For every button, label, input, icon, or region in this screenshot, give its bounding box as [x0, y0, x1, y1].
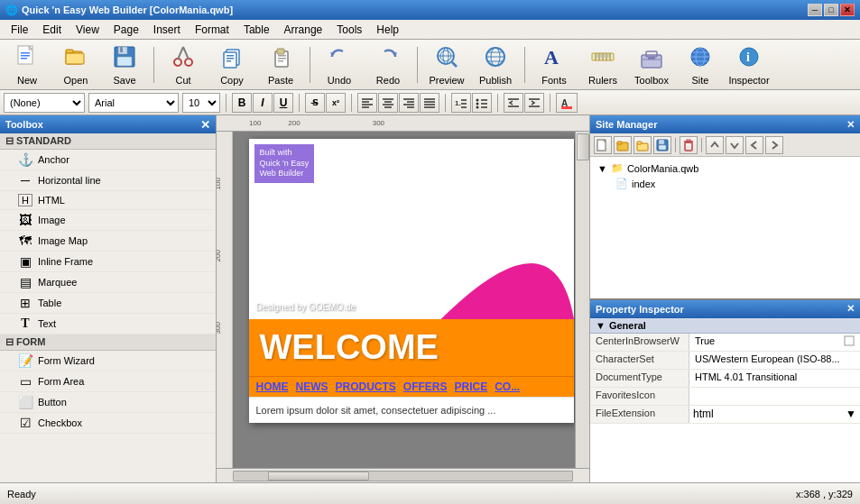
title-bar-controls[interactable]: ─ □ ✕: [808, 4, 855, 16]
menu-page[interactable]: Page: [106, 22, 146, 38]
font-select[interactable]: Arial: [88, 93, 179, 113]
style-select[interactable]: (None): [4, 93, 85, 113]
sm-new-folder-btn[interactable]: [614, 136, 632, 154]
svg-rect-93: [617, 142, 622, 144]
site-manager-toolbar: [590, 133, 860, 157]
rulers-button[interactable]: Rulers: [579, 42, 626, 87]
redo-button[interactable]: Redo: [365, 42, 412, 87]
svg-line-30: [452, 62, 457, 67]
italic-button[interactable]: I: [253, 93, 273, 113]
iframe-icon: ▣: [18, 254, 32, 269]
paste-button[interactable]: Paste: [257, 42, 304, 87]
toolbox-iframe[interactable]: ▣ Inline Frame: [0, 252, 216, 272]
toolbar-sep-2: [310, 47, 310, 83]
welcome-text: WELCOME: [260, 328, 563, 367]
menu-edit[interactable]: Edit: [35, 22, 69, 38]
nav-home[interactable]: HOME: [256, 380, 289, 393]
tree-index[interactable]: 📄 index: [612, 176, 856, 191]
horizontal-scrollbar[interactable]: [217, 468, 589, 482]
nav-price[interactable]: PRICE: [455, 380, 488, 393]
toolbox-text[interactable]: T Text: [0, 314, 216, 334]
toolbox-hline[interactable]: ─ Horizontal line: [0, 170, 216, 191]
menu-help[interactable]: Help: [369, 22, 406, 38]
sm-save-btn[interactable]: [653, 136, 671, 154]
vertical-scrollbar[interactable]: [575, 132, 589, 468]
cut-button[interactable]: Cut: [160, 42, 207, 87]
toolbox-formwizard[interactable]: 📝 Form Wizard: [0, 351, 216, 371]
size-select[interactable]: 10: [182, 93, 220, 113]
sm-arrow-left-btn[interactable]: [745, 136, 763, 154]
ruler-num-200: 200: [217, 250, 222, 261]
menu-arrange[interactable]: Arrange: [277, 22, 330, 38]
toolbox-imagemap[interactable]: 🗺 Image Map: [0, 231, 216, 252]
site-manager-close[interactable]: ✕: [846, 119, 855, 131]
save-button[interactable]: Save: [101, 42, 148, 87]
toolbox-anchor[interactable]: ⚓ Anchor: [0, 150, 216, 170]
svg-rect-3: [21, 55, 30, 57]
toolbox-button[interactable]: Toolbox: [628, 42, 675, 87]
sm-arrow-up-btn[interactable]: [706, 136, 724, 154]
align-center-button[interactable]: [378, 93, 398, 113]
toolbox-button[interactable]: ⬜ Button: [0, 392, 216, 413]
menu-format[interactable]: Format: [188, 22, 236, 38]
bold-button[interactable]: B: [232, 93, 252, 113]
toolbox-marquee[interactable]: ▤ Marquee: [0, 272, 216, 293]
tree-root[interactable]: ▼ 📁 ColorMania.qwb: [594, 160, 856, 176]
align-right-button[interactable]: [399, 93, 419, 113]
sm-open-folder-btn[interactable]: [633, 136, 652, 154]
ordered-list-button[interactable]: 1.: [451, 93, 471, 113]
toolbox-formarea[interactable]: ▭ Form Area: [0, 371, 216, 392]
undo-button[interactable]: Undo: [316, 42, 363, 87]
copy-button[interactable]: Copy: [208, 42, 255, 87]
svg-rect-25: [278, 60, 283, 62]
nav-news[interactable]: NEWS: [296, 380, 328, 393]
indent-decrease-button[interactable]: [504, 93, 523, 113]
menu-tools[interactable]: Tools: [329, 22, 369, 38]
lorem-text: Lorem ipsum dolor sit amet, consectetuer…: [256, 405, 496, 416]
unordered-list-button[interactable]: [472, 93, 492, 113]
toolbar-sep-1: [153, 47, 154, 83]
toolbox-image[interactable]: 🖼 Image: [0, 210, 216, 231]
open-button[interactable]: Open: [52, 42, 99, 87]
toolbox-close-button[interactable]: ✕: [200, 118, 210, 132]
indent-increase-button[interactable]: [524, 93, 544, 113]
sm-arrow-down-btn[interactable]: [726, 136, 744, 154]
menu-view[interactable]: View: [69, 22, 106, 38]
pi-close-button[interactable]: ✕: [846, 303, 855, 315]
underline-button[interactable]: U: [273, 93, 293, 113]
pi-fileext-dropdown[interactable]: ▼: [846, 408, 856, 420]
tree-index-label: index: [632, 179, 655, 189]
color-button[interactable]: A: [556, 93, 578, 113]
sm-delete-btn[interactable]: [680, 136, 698, 154]
site-button[interactable]: Site: [677, 42, 724, 87]
align-left-button[interactable]: [357, 93, 377, 113]
formwizard-icon: 📝: [18, 353, 32, 368]
publish-button[interactable]: Publish: [472, 42, 519, 87]
close-button[interactable]: ✕: [840, 4, 855, 16]
scrollbar-thumb[interactable]: [577, 133, 589, 160]
sm-new-page-btn[interactable]: [594, 136, 612, 154]
maximize-button[interactable]: □: [824, 4, 838, 16]
h-scrollbar-thumb[interactable]: [268, 472, 370, 481]
fonts-button[interactable]: A Fonts: [531, 42, 578, 87]
canvas-scroll[interactable]: Built withQuick 'n EasyWeb Builder: [233, 132, 589, 468]
superscript-button[interactable]: x²: [326, 93, 346, 113]
menu-insert[interactable]: Insert: [146, 22, 188, 38]
preview-button[interactable]: Preview: [423, 42, 470, 87]
nav-offers[interactable]: OFFERS: [403, 380, 448, 393]
toolbox-table[interactable]: ⊞ Table: [0, 293, 216, 314]
minimize-button[interactable]: ─: [808, 4, 822, 16]
sm-arrow-right-btn[interactable]: [765, 136, 783, 154]
align-justify-button[interactable]: [420, 93, 439, 113]
strikethrough-button[interactable]: S̶: [305, 93, 325, 113]
toolbox-html[interactable]: H HTML: [0, 191, 216, 210]
menu-file[interactable]: File: [4, 22, 35, 38]
tree-root-collapse-icon: ▼: [597, 163, 607, 174]
inspector-button[interactable]: i Inspector: [726, 42, 772, 87]
toolbox-checkbox[interactable]: ☑ Checkbox: [0, 413, 216, 434]
menu-table[interactable]: Table: [236, 22, 277, 38]
nav-products[interactable]: PRODUCTS: [336, 380, 396, 393]
new-button[interactable]: New: [4, 42, 51, 87]
nav-more[interactable]: CO...: [495, 380, 520, 393]
svg-line-14: [178, 47, 183, 60]
